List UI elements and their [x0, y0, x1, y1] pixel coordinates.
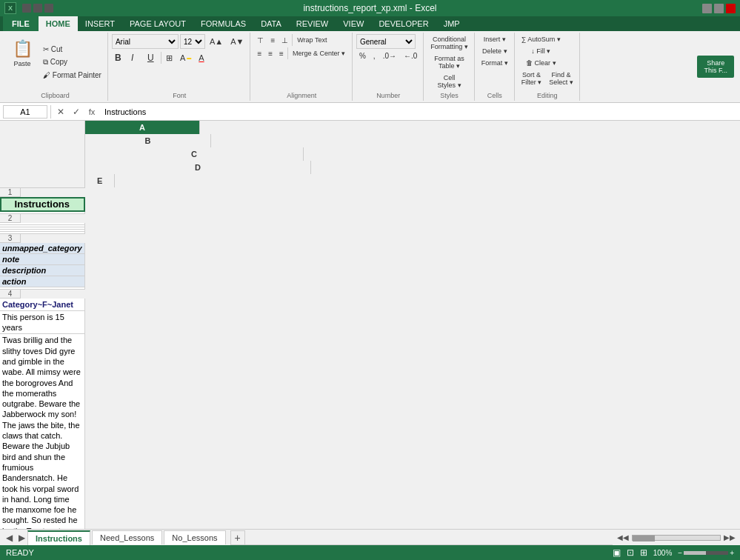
normal-view-btn[interactable]: ▣: [613, 547, 621, 558]
decrease-font-btn[interactable]: A▼: [227, 36, 247, 47]
col-header-A[interactable]: A: [85, 121, 200, 134]
col-header-B[interactable]: B: [85, 134, 211, 147]
col-header-E[interactable]: E: [85, 174, 115, 187]
tab-formulas[interactable]: FORMULAS: [193, 16, 253, 31]
font-color-button[interactable]: A: [196, 52, 207, 64]
tab-file[interactable]: FILE: [3, 16, 39, 31]
cell-A1[interactable]: Instructions: [0, 197, 85, 212]
cell-B3[interactable]: note: [0, 254, 85, 265]
cell-C4[interactable]: Twas brillig and the slithy toves Did gy…: [0, 334, 85, 529]
decrease-decimal-button[interactable]: ←.0: [401, 50, 420, 61]
zoom-label: 100%: [653, 549, 673, 557]
percent-button[interactable]: %: [356, 50, 369, 61]
cell-styles-button[interactable]: CellStyles ▾: [435, 73, 464, 90]
border-button[interactable]: ⊞: [163, 52, 176, 64]
horizontal-scrollbar[interactable]: [632, 535, 721, 541]
paste-button[interactable]: 📋 Paste: [6, 34, 39, 73]
sort-filter-button[interactable]: Sort &Filter ▾: [519, 70, 545, 87]
conditional-formatting-button[interactable]: ConditionalFormatting ▾: [427, 34, 471, 52]
cell-A3[interactable]: unmapped_category: [0, 243, 85, 254]
wrap-text-button[interactable]: Wrap Text: [293, 35, 330, 45]
close-btn[interactable]: [726, 4, 736, 13]
format-as-table-button[interactable]: Format asTable ▾: [431, 53, 467, 71]
font-family-select[interactable]: Arial: [112, 34, 179, 49]
number-format-select[interactable]: General: [356, 34, 416, 49]
insert-cells-button[interactable]: Insert ▾: [481, 34, 509, 44]
align-top-button[interactable]: ⊤: [254, 35, 267, 46]
zoom-control: − +: [678, 549, 734, 557]
minimize-btn[interactable]: [702, 4, 712, 13]
italic-button[interactable]: I: [128, 50, 143, 65]
sheet-tab-no-lessons[interactable]: No_Lessons: [164, 530, 225, 544]
comma-button[interactable]: ,: [370, 50, 379, 61]
copy-button[interactable]: ⧉ Copy: [40, 56, 104, 68]
formula-input[interactable]: [101, 107, 737, 116]
ribbon-group-cells: Insert ▾ Delete ▾ Format ▾ Cells: [476, 33, 515, 101]
font-size-select[interactable]: 12: [180, 34, 205, 49]
tab-data[interactable]: DATA: [253, 16, 289, 31]
merge-center-button[interactable]: Merge & Center ▾: [289, 48, 349, 59]
fill-button[interactable]: ↓ Fill ▾: [528, 46, 553, 56]
col-header-D[interactable]: D: [85, 161, 311, 174]
tab-page-layout[interactable]: PAGE LAYOUT: [122, 16, 193, 31]
scroll-sheets-left-btn[interactable]: ◀: [3, 532, 15, 544]
clear-button[interactable]: 🗑 Clear ▾: [523, 58, 559, 68]
align-left-button[interactable]: ≡: [254, 48, 264, 59]
align-center-button[interactable]: ≡: [265, 48, 276, 59]
sheet-tab-instructions[interactable]: Instructions: [27, 530, 90, 545]
confirm-formula-btn[interactable]: ✓: [70, 107, 83, 117]
title-bar: X instructions_report_xp.xml - Excel: [0, 0, 740, 16]
tab-review[interactable]: REVIEW: [289, 16, 336, 31]
increase-font-btn[interactable]: A▲: [207, 36, 226, 47]
undo-btn[interactable]: [22, 4, 31, 13]
row-num-4[interactable]: 4: [0, 290, 21, 299]
cut-button[interactable]: ✂ Cut: [40, 44, 104, 55]
increase-decimal-button[interactable]: .0→: [380, 50, 399, 61]
align-bottom-button[interactable]: ⊥: [279, 35, 291, 46]
zoom-in-btn[interactable]: +: [730, 549, 734, 557]
cell-C4-value: Twas brillig and the slithy toves Did gy…: [2, 335, 82, 529]
maximize-btn[interactable]: [714, 4, 724, 13]
format-painter-button[interactable]: 🖌 Format Painter: [40, 70, 104, 81]
tab-view[interactable]: VIEW: [336, 16, 371, 31]
row-num-2[interactable]: 2: [0, 214, 21, 223]
formula-bar: ✕ ✓ fx: [0, 103, 740, 121]
tab-home[interactable]: HOME: [39, 16, 78, 31]
zoom-out-btn[interactable]: −: [678, 549, 682, 557]
page-layout-view-btn[interactable]: ⊡: [627, 547, 634, 558]
add-sheet-btn[interactable]: +: [230, 530, 245, 545]
cell-reference-input[interactable]: [3, 105, 47, 119]
sheet-tab-need-lessons[interactable]: Need_Lessons: [92, 530, 162, 544]
share-button[interactable]: ShareThis F...: [697, 56, 734, 78]
cell-B4-value: This person is 15 years: [2, 312, 82, 333]
underline-button[interactable]: U: [144, 50, 159, 65]
cancel-formula-btn[interactable]: ✕: [54, 107, 67, 117]
align-middle-button[interactable]: ≡: [267, 35, 278, 46]
find-select-button[interactable]: Find &Select ▾: [546, 70, 576, 87]
cell-B4[interactable]: This person is 15 years: [0, 311, 85, 335]
grid-body: 1 Instructions 2: [0, 187, 740, 529]
bold-button[interactable]: B: [112, 50, 127, 65]
save-btn[interactable]: [44, 4, 53, 13]
cell-A4[interactable]: Category~F~Janet: [0, 299, 85, 311]
redo-btn[interactable]: [33, 4, 42, 13]
fill-color-button[interactable]: A▬: [177, 52, 194, 64]
row-num-1[interactable]: 1: [0, 188, 21, 197]
cell-D3[interactable]: action: [0, 276, 85, 287]
scroll-sheets-right-btn[interactable]: ▶: [16, 532, 27, 544]
page-break-view-btn[interactable]: ⊞: [640, 547, 647, 558]
tab-jmp[interactable]: JMP: [436, 16, 467, 31]
cell-C3[interactable]: description: [0, 265, 85, 276]
align-right-button[interactable]: ≡: [276, 48, 287, 59]
row-num-3[interactable]: 3: [0, 234, 21, 243]
format-cells-button[interactable]: Format ▾: [479, 58, 511, 68]
tab-insert[interactable]: INSERT: [78, 16, 122, 31]
col-header-C[interactable]: C: [85, 147, 304, 161]
delete-cells-button[interactable]: Delete ▾: [479, 46, 510, 56]
insert-function-btn[interactable]: fx: [85, 107, 99, 116]
autosum-button[interactable]: ∑ AutoSum ▾: [519, 34, 564, 44]
tab-developer[interactable]: DEVELOPER: [371, 16, 436, 31]
zoom-slider[interactable]: [684, 551, 728, 555]
window-title: instructions_report_xp.xml - Excel: [303, 3, 436, 13]
ribbon-group-clipboard: 📋 Paste ✂ Cut ⧉ Copy 🖌 Format Painter Cl…: [3, 33, 108, 101]
